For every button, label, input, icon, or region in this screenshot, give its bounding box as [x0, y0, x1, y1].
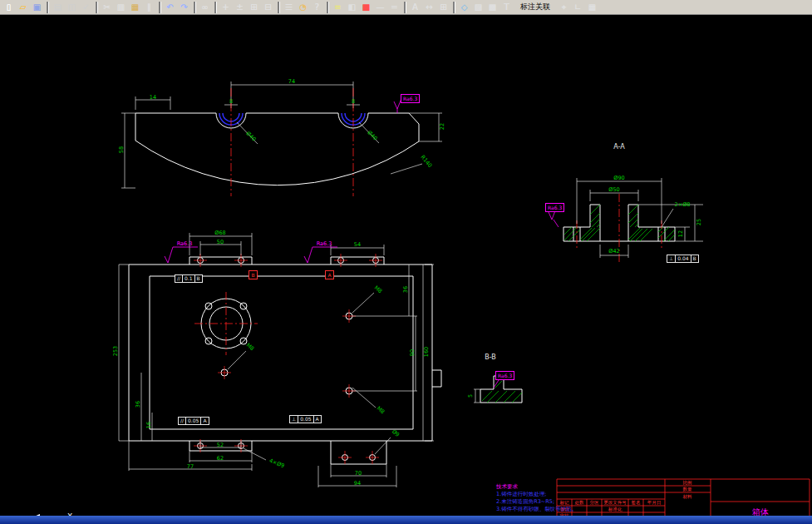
- top-view-geometry: [121, 82, 442, 196]
- osnap-icon[interactable]: ⌖: [557, 1, 571, 14]
- layers-icon[interactable]: ≡: [331, 1, 345, 14]
- text-style-icon[interactable]: A: [408, 1, 422, 14]
- section-aa-geometry: [549, 178, 703, 264]
- zoom-previous-icon[interactable]: ⊟: [261, 1, 275, 14]
- properties-icon[interactable]: ☰: [282, 1, 296, 14]
- linetype-icon[interactable]: —: [373, 1, 387, 14]
- zoom-window-icon[interactable]: ⊞: [247, 1, 261, 14]
- toolbar-icons-right: ⌖∟▦: [557, 1, 599, 14]
- block-icon[interactable]: ◇: [457, 1, 471, 14]
- main-view-geometry: [119, 233, 441, 487]
- toolbar-separator: [214, 2, 216, 13]
- ortho-icon[interactable]: ∟: [571, 1, 585, 14]
- help-icon[interactable]: ?: [310, 1, 324, 14]
- paste-icon[interactable]: ▦: [128, 1, 142, 14]
- toolbar-separator: [96, 2, 97, 13]
- bottom-scrollbar[interactable]: [0, 516, 812, 524]
- drawing-canvas-svg: [0, 15, 812, 524]
- toolbar-separator: [453, 2, 455, 13]
- toolbar-separator: [278, 2, 279, 13]
- design-center-icon[interactable]: ◔: [296, 1, 310, 14]
- dim-style-icon[interactable]: ↔: [422, 1, 436, 14]
- toolbar-note: 标注关联: [520, 2, 550, 12]
- toolbar-separator: [404, 2, 406, 13]
- toolbar-icons-left: ▯▱▣▤◫✓✂▥▦∥↶↷∞+±⊞⊟☰◔?≡◧■—=A↔⊞◇▨▩T: [2, 1, 514, 14]
- match-properties-icon[interactable]: ∥: [142, 1, 156, 14]
- toolbar-separator: [327, 2, 328, 13]
- toolbar-separator: [194, 2, 195, 13]
- lineweight-icon[interactable]: =: [387, 1, 401, 14]
- copy-icon[interactable]: ▥: [114, 1, 128, 14]
- application-window: ▯▱▣▤◫✓✂▥▦∥↶↷∞+±⊞⊟☰◔?≡◧■—=A↔⊞◇▨▩T 标注关联 ⌖∟…: [0, 0, 812, 524]
- multiline-text-icon[interactable]: T: [500, 1, 514, 14]
- grid-icon[interactable]: ▦: [585, 1, 599, 14]
- cut-icon[interactable]: ✂: [100, 1, 114, 14]
- print-preview-icon[interactable]: ◫: [65, 1, 79, 14]
- undo-icon[interactable]: ↶: [163, 1, 177, 14]
- new-file-icon[interactable]: ▯: [2, 1, 16, 14]
- save-icon[interactable]: ▣: [30, 1, 44, 14]
- toolbar-separator: [47, 2, 48, 13]
- toolbar: ▯▱▣▤◫✓✂▥▦∥↶↷∞+±⊞⊟☰◔?≡◧■—=A↔⊞◇▨▩T 标注关联 ⌖∟…: [0, 0, 812, 15]
- spelling-icon[interactable]: ✓: [79, 1, 93, 14]
- insert-hyperlink-icon[interactable]: ∞: [198, 1, 212, 14]
- layer-states-icon[interactable]: ◧: [345, 1, 359, 14]
- table-style-icon[interactable]: ⊞: [436, 1, 450, 14]
- region-icon[interactable]: ▩: [485, 1, 500, 14]
- section-bb-geometry: [474, 376, 522, 403]
- redo-icon[interactable]: ↷: [177, 1, 191, 14]
- hatch-icon[interactable]: ▨: [471, 1, 485, 14]
- pan-icon[interactable]: +: [219, 1, 233, 14]
- open-file-icon[interactable]: ▱: [16, 1, 30, 14]
- plot-icon[interactable]: ▤: [51, 1, 65, 14]
- zoom-realtime-icon[interactable]: ±: [233, 1, 247, 14]
- color-control-icon[interactable]: ■: [359, 1, 373, 14]
- drawing-canvas[interactable]: 7414885822Ø40Ø40R140Ø6850542533616526277…: [0, 15, 812, 516]
- toolbar-separator: [159, 2, 160, 13]
